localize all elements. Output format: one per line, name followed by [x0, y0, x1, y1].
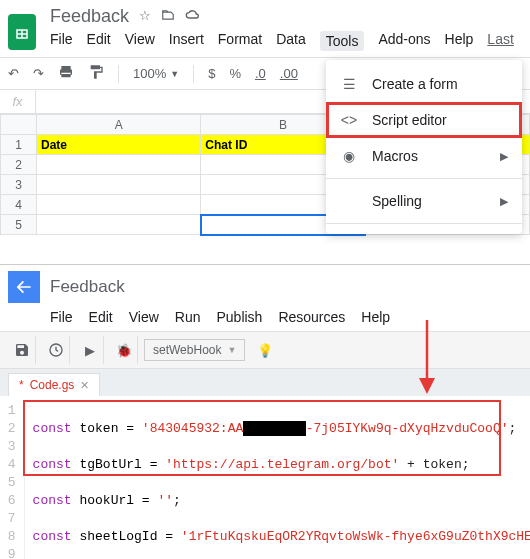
row-header[interactable]: 1	[1, 135, 37, 155]
menu-data[interactable]: Data	[276, 31, 306, 51]
currency-button[interactable]: $	[208, 66, 215, 81]
script-menu-edit[interactable]: Edit	[89, 309, 113, 325]
back-button[interactable]	[8, 271, 40, 303]
dirty-indicator: *	[19, 378, 24, 392]
document-title[interactable]: Feedback	[50, 6, 129, 27]
formula-bar-label: fx	[0, 90, 36, 113]
percent-button[interactable]: %	[229, 66, 241, 81]
menu-format[interactable]: Format	[218, 31, 262, 51]
menu-tools[interactable]: Tools	[320, 31, 365, 51]
form-icon: ☰	[340, 76, 358, 92]
increase-decimal-button[interactable]: .00	[280, 66, 298, 81]
annotation-arrow	[415, 320, 445, 400]
lightbulb-icon[interactable]: 💡	[251, 336, 279, 364]
chevron-right-icon: ▶	[500, 195, 508, 208]
sheets-menubar: File Edit View Insert Format Data Tools …	[50, 27, 514, 57]
chevron-right-icon: ▶	[500, 150, 508, 163]
menu-view[interactable]: View	[125, 31, 155, 51]
record-icon: ◉	[340, 148, 358, 164]
save-button[interactable]	[8, 336, 36, 364]
script-menu-publish[interactable]: Publish	[216, 309, 262, 325]
script-project-title[interactable]: Feedback	[50, 277, 125, 297]
script-menu-view[interactable]: View	[129, 309, 159, 325]
cloud-icon[interactable]	[185, 8, 201, 25]
script-menu-resources[interactable]: Resources	[278, 309, 345, 325]
script-toolbar: ▶ 🐞 setWebHook▼ 💡	[0, 331, 530, 369]
tab-codegs[interactable]: *Code.gs ✕	[8, 373, 100, 396]
redo-icon[interactable]: ↷	[33, 66, 44, 81]
close-tab-icon[interactable]: ✕	[80, 379, 89, 392]
script-menu-help[interactable]: Help	[361, 309, 390, 325]
star-icon[interactable]: ☆	[139, 8, 151, 25]
menu-insert[interactable]: Insert	[169, 31, 204, 51]
run-button[interactable]: ▶	[76, 336, 104, 364]
sheets-logo[interactable]	[8, 14, 36, 50]
menu-item-spelling[interactable]: Spelling ▶	[326, 183, 522, 219]
zoom-select[interactable]: 100%▼	[133, 66, 179, 81]
menu-item-create-form[interactable]: ☰ Create a form	[326, 66, 522, 102]
print-icon[interactable]	[58, 64, 74, 83]
script-menu-file[interactable]: File	[50, 309, 73, 325]
menu-file[interactable]: File	[50, 31, 73, 51]
cell-a1[interactable]: Date	[37, 135, 201, 155]
decrease-decimal-button[interactable]: .0	[255, 66, 266, 81]
menu-item-macros[interactable]: ◉ Macros ▶	[326, 138, 522, 174]
trigger-button[interactable]	[42, 336, 70, 364]
col-header-a[interactable]: A	[37, 115, 201, 135]
menu-item-script-editor[interactable]: <> Script editor	[326, 102, 522, 138]
menu-addons[interactable]: Add-ons	[378, 31, 430, 51]
menu-help[interactable]: Help	[445, 31, 474, 51]
move-icon[interactable]	[161, 8, 175, 25]
last-edit-link[interactable]: Last	[487, 31, 513, 51]
tools-dropdown: ☰ Create a form <> Script editor ◉ Macro…	[326, 60, 522, 234]
menu-edit[interactable]: Edit	[87, 31, 111, 51]
debug-button[interactable]: 🐞	[110, 336, 138, 364]
script-menu-run[interactable]: Run	[175, 309, 201, 325]
svg-marker-5	[419, 378, 435, 394]
undo-icon[interactable]: ↶	[8, 66, 19, 81]
script-icon: <>	[340, 112, 358, 128]
function-select[interactable]: setWebHook▼	[144, 339, 245, 361]
script-menubar: File Edit View Run Publish Resources Hel…	[0, 303, 530, 331]
code-editor[interactable]: const token = '843045932:AA████████-7j05…	[25, 402, 530, 559]
paint-format-icon[interactable]	[88, 64, 104, 83]
line-gutter: 12345678910	[0, 402, 25, 559]
